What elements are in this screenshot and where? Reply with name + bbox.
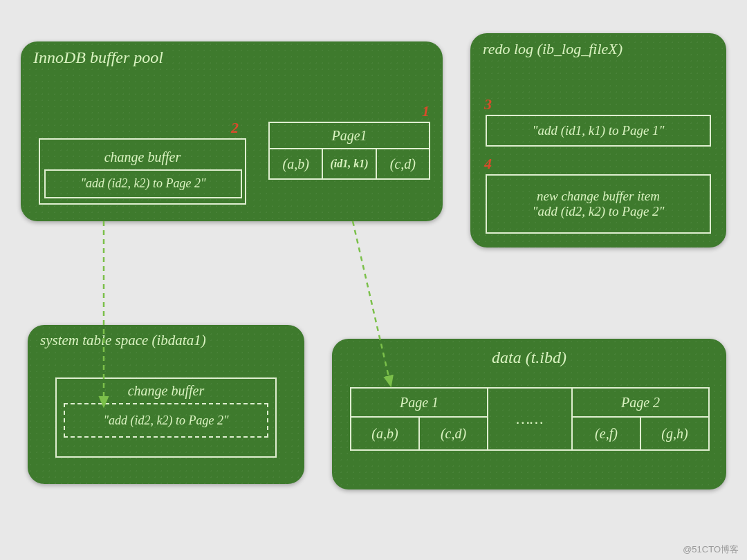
step-label-1: 1 xyxy=(422,102,430,120)
redo-entry-4-line2: "add (id2, k2) to Page 2" xyxy=(532,204,664,219)
sys-change-buffer-entry: "add (id2, k2) to Page 2" xyxy=(64,403,268,438)
data-page2-header: Page 2 xyxy=(571,387,710,418)
page1-cell-id1k1: (id1, k1) xyxy=(323,149,376,178)
system-tablespace-panel: system table space (ibdata1) change buff… xyxy=(28,325,304,484)
redo-log-panel: redo log (ib_log_fileX) 3 "add (id1, k1)… xyxy=(470,33,726,248)
step-label-3: 3 xyxy=(484,95,492,113)
data-page2-gh: (g,h) xyxy=(641,418,708,449)
data-page1-header: Page 1 xyxy=(350,387,488,418)
system-ts-title: system table space (ibdata1) xyxy=(28,325,304,349)
innodb-buffer-pool-panel: InnoDB buffer pool change buffer "add (i… xyxy=(21,41,443,221)
redo-entry-4-line1: new change buffer item xyxy=(537,189,660,204)
page1-header: Page1 xyxy=(268,122,430,149)
data-gap: …… xyxy=(488,387,571,451)
diagram-canvas: InnoDB buffer pool change buffer "add (i… xyxy=(0,0,747,560)
data-page2-ef: (e,f) xyxy=(573,418,641,449)
data-page2: Page 2 (e,f) (g,h) xyxy=(571,387,710,451)
data-page1: Page 1 (a,b) (c,d) xyxy=(350,387,488,451)
step-label-4: 4 xyxy=(484,155,492,173)
sys-change-buffer-box: change buffer "add (id2, k2) to Page 2" xyxy=(55,377,277,458)
data-page1-cells: (a,b) (c,d) xyxy=(350,418,488,451)
data-page1-cd: (c,d) xyxy=(420,418,487,449)
watermark: @51CTO博客 xyxy=(683,543,739,556)
sys-change-buffer-label: change buffer xyxy=(57,379,275,403)
redo-entry-3: "add (id1, k1) to Page 1" xyxy=(486,115,711,147)
page1-box: Page1 (a,b) (id1, k1) (c,d) xyxy=(268,122,430,180)
data-page2-cells: (e,f) (g,h) xyxy=(571,418,710,451)
redo-entry-4: new change buffer item "add (id2, k2) to… xyxy=(486,174,711,234)
data-file-title: data (t.ibd) xyxy=(332,339,726,367)
page1-cell-ab: (a,b) xyxy=(270,149,323,178)
change-buffer-entry: "add (id2, k2) to Page 2" xyxy=(44,169,242,198)
page1-cell-cd: (c,d) xyxy=(377,149,429,178)
redo-log-title: redo log (ib_log_fileX) xyxy=(470,33,726,58)
buffer-pool-title: InnoDB buffer pool xyxy=(21,41,443,67)
data-file-panel: data (t.ibd) Page 1 (a,b) (c,d) …… Page … xyxy=(332,339,726,489)
data-page1-ab: (a,b) xyxy=(351,418,420,449)
page1-cells: (a,b) (id1, k1) (c,d) xyxy=(268,149,430,180)
change-buffer-label: change buffer xyxy=(40,147,245,168)
change-buffer-box: change buffer "add (id2, k2) to Page 2" xyxy=(39,138,246,205)
step-label-2: 2 xyxy=(231,119,239,137)
